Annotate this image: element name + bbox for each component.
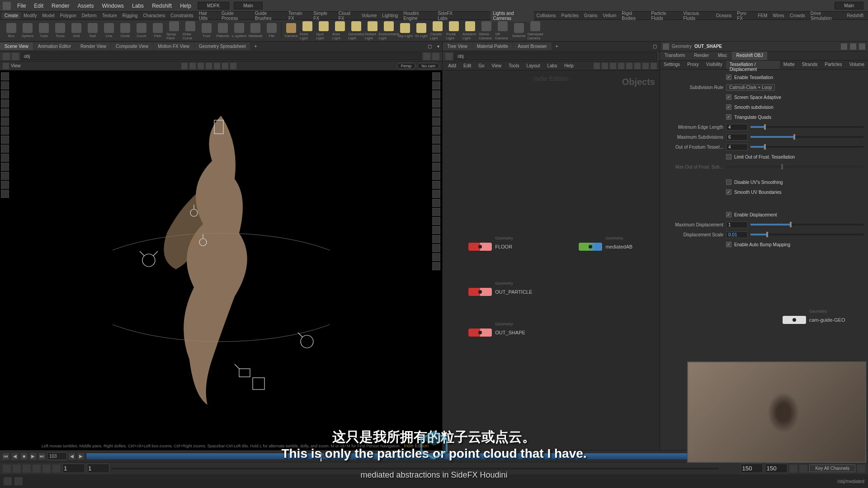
help-icon[interactable] [850,43,856,50]
net-menu-edit[interactable]: Edit [461,62,474,69]
shelf-tool[interactable]: L-system [231,21,247,40]
shelf-tool[interactable]: Torus [52,21,68,40]
shelf-tool[interactable]: Line [101,21,117,40]
display-option-icon[interactable] [432,117,440,126]
display-option-icon[interactable] [432,244,440,252]
tool-icon[interactable] [1,190,9,198]
status-icon[interactable] [42,465,51,473]
desktop-selector-right[interactable]: Main [835,2,863,9]
pane-maximize-icon[interactable]: ▢ [650,42,660,50]
shelf-tool[interactable]: Circle [118,21,133,40]
shelf-tab[interactable]: Vellum [600,12,619,19]
updates-icon[interactable] [4,477,12,485]
display-option-icon[interactable] [432,108,440,117]
rotate-tool-icon[interactable] [1,90,9,99]
shelf-tool[interactable]: Spray Paint [166,21,182,40]
tab-material-palette[interactable]: Material Palette [472,42,513,50]
range-end-field-2[interactable] [741,464,763,473]
scale-tool-icon[interactable] [1,99,9,108]
current-frame-field[interactable]: 103 [47,452,67,460]
render-icon[interactable] [230,63,236,69]
shelf-tool[interactable]: Null [85,21,100,40]
range-in-field[interactable] [62,464,85,473]
tab-composite-view[interactable]: Composite View [111,42,153,50]
net-tool-icon[interactable] [634,63,641,69]
node-cam-guide-geo[interactable]: Geometry cam-guide-GEO [782,315,845,324]
shelf-tool[interactable]: Area Light [332,21,348,40]
status-icon[interactable] [52,465,61,473]
shelf-tab[interactable]: SideFX Labs [435,10,465,22]
node-out-shape[interactable]: Geometry OUT_SHAPE [468,328,525,337]
display-option-icon[interactable] [432,181,440,189]
desktop-selector-1[interactable]: MDFK [198,2,229,9]
shelf-tab[interactable]: Texture [99,12,120,19]
net-tool-icon[interactable] [618,63,624,69]
snap-icon[interactable] [189,63,196,69]
tool-icon[interactable] [1,127,9,135]
shelf-tool[interactable]: Platonic [215,21,231,40]
play-last-button[interactable]: ⏭ [38,452,46,460]
min-edge-slider[interactable] [750,126,863,128]
shelf-tool[interactable]: Switcher [511,21,527,40]
subtab-settings[interactable]: Settings [660,61,684,69]
timeline-cursor[interactable] [321,452,321,461]
shelf-tab[interactable]: Particle Fluids [648,10,680,22]
subdiv-rule-select[interactable]: Catmull-Clark + Loop [726,84,775,91]
display-icon[interactable] [214,63,220,69]
shelf-tab[interactable]: Redshift [844,12,866,19]
tab-render-view[interactable]: Render View [76,42,111,50]
tool-icon[interactable] [1,181,9,189]
display-option-icon[interactable] [432,253,440,261]
shelf-tool[interactable]: Portal Light [446,21,462,40]
display-option-icon[interactable] [432,199,440,207]
max-subdiv-field[interactable]: 6 [726,134,748,141]
camera-selector[interactable]: Persp [397,63,416,69]
shelf-tab[interactable]: Create [2,12,21,19]
gear-icon[interactable] [841,43,847,50]
shelf-tool[interactable]: Stereo Camera [479,21,494,40]
snap-icon[interactable] [181,63,188,69]
shelf-tab[interactable]: Pyro FX [734,10,755,22]
pin-icon[interactable] [859,43,865,50]
max-disp-slider[interactable] [750,224,863,225]
tab-tree-view[interactable]: Tree View [443,42,472,50]
tab-redshift-obj[interactable]: Redshift OBJ [732,52,768,60]
viewport-3d[interactable]: Left mouse tumbles. Middle pans. Right d… [0,70,442,450]
net-menu-labs[interactable]: Labs [544,62,560,69]
min-edge-field[interactable]: 4 [726,124,748,131]
shelf-tab[interactable]: Volume [359,12,379,19]
shelf-tool[interactable]: Distant Light [365,21,380,40]
tab-anim-editor[interactable]: Animation Editor [33,42,75,50]
display-option-icon[interactable] [432,262,440,270]
network-path-field[interactable]: obj [454,52,657,60]
shelf-tool[interactable]: Camera [283,21,299,40]
shelf-tool[interactable]: Tube [36,21,52,40]
display-option-icon[interactable] [432,163,440,171]
tool-icon[interactable] [1,163,9,171]
node-mediatedab[interactable]: Geometry mediatedAB [578,242,632,251]
shelf-tool[interactable]: Caustic Light [430,21,445,40]
shelf-tab[interactable]: Lighting [379,12,401,19]
tool-icon[interactable] [1,117,9,126]
shelf-tool[interactable]: Geometry Light [349,21,364,40]
cook-icon[interactable] [14,477,23,485]
shelf-tab[interactable]: Wires [770,12,787,19]
shelf-tab[interactable]: Viscous Fluids [680,10,713,22]
shelf-tool[interactable]: Point Light [300,21,315,40]
max-disp-field[interactable]: 1 [726,221,748,228]
disp-scale-slider[interactable] [750,234,863,235]
smooth-uv-checkbox[interactable] [726,189,731,195]
key-all-button[interactable]: Key All Channels [809,465,855,472]
display-option-icon[interactable] [432,127,440,135]
snap-icon[interactable] [198,63,204,69]
subtab-particles[interactable]: Particles [821,61,845,69]
shelf-tab[interactable]: Modify [21,12,39,19]
display-option-icon[interactable] [432,136,440,144]
scene-path-field[interactable]: obj [21,52,421,60]
display-option-icon[interactable] [432,154,440,162]
shelf-tab[interactable]: Particles [559,12,581,19]
net-menu-go[interactable]: Go [476,62,487,69]
shelf-tool[interactable]: Curve [134,21,149,40]
shelf-tool[interactable]: Sky Light [397,21,413,40]
subtab-proxy[interactable]: Proxy [684,61,703,69]
